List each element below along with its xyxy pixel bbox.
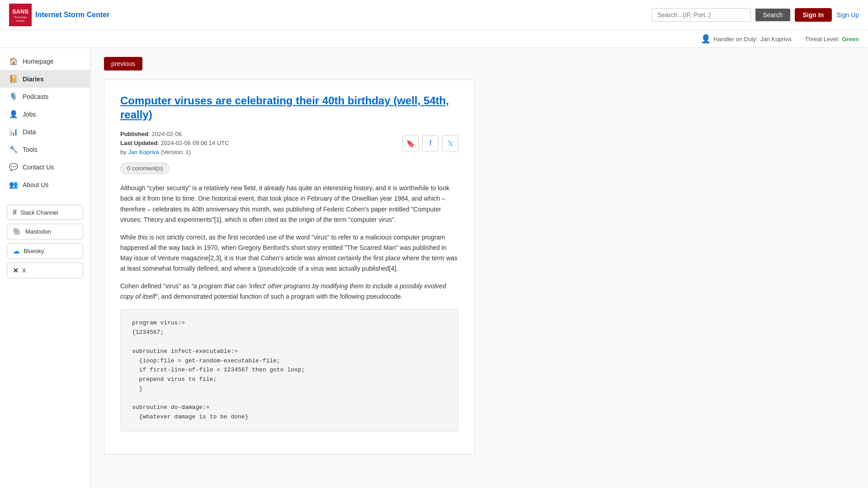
svg-text:Institute: Institute (16, 19, 24, 22)
previous-button[interactable]: previous (104, 57, 142, 70)
article-container: Computer viruses are celebrating their 4… (104, 80, 475, 455)
slack-label: Slack Channel (20, 209, 58, 216)
code-block: program virus:= {1234567; subroutine inf… (120, 309, 458, 432)
x-button[interactable]: ✕ X (7, 263, 83, 278)
x-label: X (22, 267, 26, 274)
body-p3-suffix: , and demonstrated potential function of… (158, 293, 403, 300)
author-link[interactable]: Jan Kopriva (128, 149, 159, 155)
sidebar-item-label: Diaries (23, 75, 44, 83)
published-date: 2024-02-06 (151, 131, 182, 137)
threat-level: Threat Level: Green (805, 36, 859, 42)
twitter-share-button[interactable]: 𝕏 (442, 135, 458, 151)
article-meta-block: Published: 2024-02-06 Last Updated: 2024… (120, 131, 229, 158)
data-icon: 📊 (9, 127, 18, 136)
author-meta: by Jan Kopriva (Version: 1) (120, 149, 229, 155)
sidebar-item-podcasts[interactable]: 🎙️ Podcasts (0, 88, 90, 105)
main-content: previous Computer viruses are celebratin… (90, 48, 868, 488)
updated-label: Last Updated (120, 140, 157, 146)
signin-button[interactable]: Sign In (795, 8, 832, 22)
body-paragraph-3: Cohen defined "virus" as "a program that… (120, 281, 458, 302)
mastodon-icon: 🐘 (13, 227, 22, 236)
header-left: SANS Technology Institute Internet Storm… (9, 4, 109, 26)
sidebar-item-label: Tools (23, 146, 38, 153)
diary-icon: 📔 (9, 75, 18, 83)
body-p3-prefix: Cohen defined "virus" as (120, 282, 191, 290)
sidebar-item-label: Data (23, 128, 36, 136)
sidebar-item-contact-us[interactable]: 💬 Contact Us (0, 158, 90, 176)
bookmark-icon: 🔖 (406, 139, 415, 148)
user-icon: 👤 (701, 34, 711, 44)
svg-text:Technology: Technology (14, 16, 27, 19)
sidebar-item-about-us[interactable]: 👥 About Us (0, 176, 90, 193)
sans-logo: SANS Technology Institute (9, 4, 32, 26)
sidebar-item-diaries[interactable]: 📔 Diaries (0, 70, 90, 88)
sidebar-item-label: Contact Us (23, 164, 54, 171)
article-version: (Version: 1) (161, 149, 191, 155)
comments-button[interactable]: 0 comment(s) (120, 163, 170, 174)
podcast-icon: 🎙️ (9, 92, 18, 101)
handler-name: Jan Kopriva (760, 36, 792, 42)
signup-link[interactable]: Sign Up (836, 11, 859, 19)
home-icon: 🏠 (9, 57, 18, 66)
sidebar: 🏠 Homepage 📔 Diaries 🎙️ Podcasts 👤 Jobs … (0, 48, 90, 488)
jobs-icon: 👤 (9, 110, 18, 118)
search-button[interactable]: Search (755, 9, 790, 21)
x-icon: ✕ (13, 266, 19, 275)
bookmark-button[interactable]: 🔖 (402, 135, 419, 151)
facebook-icon: f (429, 139, 431, 147)
sidebar-item-label: Podcasts (23, 93, 49, 100)
mastodon-button[interactable]: 🐘 Mastodon (7, 224, 83, 239)
mastodon-label: Mastodon (25, 228, 51, 235)
header-right: Search Sign In Sign Up (651, 8, 859, 22)
logo-block: SANS Technology Institute Internet Storm… (9, 4, 109, 26)
page-layout: 🏠 Homepage 📔 Diaries 🎙️ Podcasts 👤 Jobs … (0, 48, 868, 488)
twitter-icon: 𝕏 (448, 139, 453, 148)
sidebar-item-data[interactable]: 📊 Data (0, 123, 90, 141)
slack-button[interactable]: # Slack Channel (7, 205, 83, 220)
by-label: by (120, 149, 127, 155)
sidebar-item-label: Homepage (23, 58, 54, 65)
search-input[interactable] (651, 8, 751, 22)
svg-text:SANS: SANS (12, 8, 28, 15)
sidebar-item-homepage[interactable]: 🏠 Homepage (0, 52, 90, 70)
threat-value: Green (842, 36, 859, 42)
slack-icon: # (13, 208, 17, 216)
facebook-share-button[interactable]: f (422, 135, 439, 151)
article-body: Although "cyber security" is a relativel… (120, 183, 458, 432)
tools-icon: 🔧 (9, 145, 18, 154)
site-title-link[interactable]: Internet Storm Center (35, 11, 109, 19)
updated-date: 2024-02-06 09:06:14 UTC (161, 140, 229, 146)
threat-prefix: Threat Level: (805, 36, 840, 42)
published-meta: Published: 2024-02-06 (120, 131, 229, 137)
contact-icon: 💬 (9, 163, 18, 171)
social-links: # Slack Channel 🐘 Mastodon ☁ Bluesky ✕ X (0, 198, 90, 278)
bluesky-icon: ☁ (13, 247, 20, 255)
subheader: 👤 Handler on Duty: Jan Kopriva Threat Le… (0, 30, 868, 48)
handler-duty: 👤 Handler on Duty: Jan Kopriva (701, 34, 791, 44)
handler-prefix: Handler on Duty: (713, 36, 758, 42)
body-paragraph-1: Although "cyber security" is a relativel… (120, 183, 458, 225)
sidebar-item-label: Jobs (23, 111, 36, 118)
published-label: Published (120, 131, 148, 137)
article-title: Computer viruses are celebrating their 4… (120, 94, 458, 122)
sidebar-item-label: About Us (23, 181, 49, 188)
sidebar-item-jobs[interactable]: 👤 Jobs (0, 105, 90, 123)
bluesky-label: Bluesky (24, 248, 44, 254)
body-paragraph-2: While this is not strictly correct, as t… (120, 232, 458, 274)
about-icon: 👥 (9, 180, 18, 189)
updated-meta: Last Updated: 2024-02-06 09:06:14 UTC (120, 140, 229, 146)
bluesky-button[interactable]: ☁ Bluesky (7, 243, 83, 259)
sidebar-item-tools[interactable]: 🔧 Tools (0, 141, 90, 158)
share-buttons: 🔖 f 𝕏 (402, 135, 458, 151)
meta-row: Published: 2024-02-06 Last Updated: 2024… (120, 131, 458, 158)
page-header: SANS Technology Institute Internet Storm… (0, 0, 868, 30)
